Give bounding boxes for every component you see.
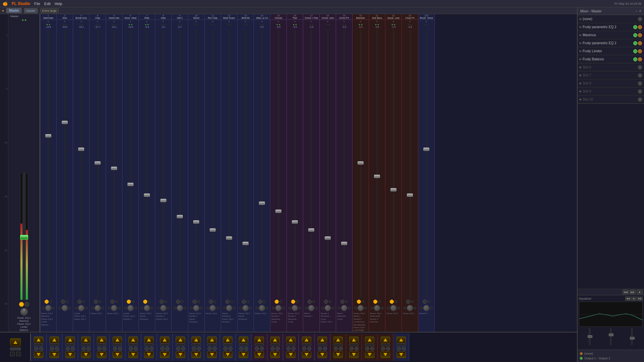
- ch-fader-knob-20[interactable]: [358, 161, 364, 165]
- route-down-12[interactable]: [207, 351, 217, 358]
- ch-send-btn-21[interactable]: [373, 300, 377, 304]
- fx-slot-led-2[interactable]: [633, 33, 637, 37]
- route-down-19[interactable]: [318, 351, 327, 358]
- route-up-11[interactable]: [192, 337, 201, 343]
- route-btn-3[interactable]: [62, 334, 78, 361]
- route-knob-r-18[interactable]: [307, 347, 311, 351]
- route-up-22[interactable]: [365, 337, 374, 343]
- fx-slot-led-extra-1[interactable]: [638, 25, 642, 29]
- ch-pan-knob-8[interactable]: [160, 305, 166, 311]
- ch-send-btn-15[interactable]: [275, 300, 279, 304]
- fx-slot-9[interactable]: ▶ Slot 9: [578, 87, 644, 96]
- ch-send-btn-23[interactable]: [406, 300, 410, 304]
- route-knob-l-4[interactable]: [82, 347, 86, 351]
- route-btn-21[interactable]: [346, 334, 362, 361]
- ch-fader-knob-13[interactable]: [243, 242, 249, 245]
- ch-pan-knob-2[interactable]: [62, 305, 68, 311]
- route-knob-l-11[interactable]: [192, 347, 196, 351]
- route-up-16[interactable]: [270, 337, 280, 343]
- master-pan-bottom[interactable]: [16, 352, 21, 356]
- route-btn-4[interactable]: [78, 334, 94, 361]
- route-btn-16[interactable]: [267, 334, 283, 361]
- route-knob-l-13[interactable]: [223, 347, 227, 351]
- ch-send-btn-8[interactable]: [160, 300, 164, 304]
- menu-file[interactable]: File: [34, 2, 40, 6]
- ch-send-btn-3[interactable]: [77, 300, 82, 304]
- route-knob-r-14[interactable]: [244, 347, 248, 351]
- route-up-6[interactable]: [113, 337, 122, 343]
- route-knob-l-21[interactable]: [350, 347, 354, 351]
- route-up-10[interactable]: [176, 337, 185, 343]
- ch-fader-knob-9[interactable]: [177, 215, 183, 218]
- route-btn-2[interactable]: [47, 334, 62, 361]
- ch-send-btn-4[interactable]: [94, 300, 98, 304]
- route-btn-19[interactable]: [315, 334, 330, 361]
- route-down-2[interactable]: [50, 351, 59, 358]
- route-down-1[interactable]: [34, 351, 43, 358]
- fx-slot-led-5[interactable]: [633, 57, 637, 61]
- route-up-18[interactable]: [302, 337, 311, 343]
- route-btn-1[interactable]: [31, 334, 47, 361]
- route-btn-5[interactable]: [94, 334, 110, 361]
- ch-pan-knob-19[interactable]: [341, 305, 347, 311]
- route-down-11[interactable]: [192, 351, 201, 358]
- ch-pan-knob-20[interactable]: [358, 305, 364, 311]
- route-up-7[interactable]: [128, 337, 138, 343]
- route-knob-l-15[interactable]: [255, 347, 259, 351]
- ch-pan-knob-3[interactable]: [78, 305, 84, 311]
- fx-slot-led-10[interactable]: [638, 98, 642, 102]
- ch-fader-knob-5[interactable]: [111, 167, 117, 170]
- ch-pan-knob-14[interactable]: [259, 305, 265, 311]
- fx-slot-led-3[interactable]: [633, 41, 637, 45]
- ch-send-btn-18[interactable]: [324, 300, 328, 304]
- fx-slot-led-extra-2[interactable]: [638, 33, 642, 37]
- route-down-7[interactable]: [128, 351, 138, 358]
- ch-fader-knob-23[interactable]: [407, 193, 413, 197]
- ch-fader-knob-4[interactable]: [95, 161, 101, 165]
- route-btn-8[interactable]: [141, 334, 157, 361]
- fx-slot-led-extra-3[interactable]: [638, 41, 642, 45]
- fx-slot-led-extra-4[interactable]: [638, 49, 642, 53]
- route-down-3[interactable]: [65, 351, 75, 358]
- route-knob-r-125[interactable]: [402, 347, 406, 351]
- ch-send-btn-1[interactable]: [45, 300, 49, 304]
- ch-pan-knob-9[interactable]: [177, 305, 183, 311]
- route-btn-10[interactable]: [173, 334, 189, 361]
- route-knob-l-17[interactable]: [286, 347, 290, 351]
- route-down-21[interactable]: [349, 351, 359, 358]
- route-up-8[interactable]: [144, 337, 154, 343]
- route-knob-r-22[interactable]: [370, 347, 374, 351]
- fx-slot-0[interactable]: ▶ (none): [578, 15, 644, 23]
- route-down-23[interactable]: [381, 351, 390, 358]
- master-route-up[interactable]: [10, 338, 21, 346]
- ch-pan-knob-15[interactable]: [275, 305, 281, 311]
- ch-fader-knob-22[interactable]: [390, 188, 396, 191]
- route-knob-r-5[interactable]: [102, 347, 106, 351]
- route-btn-15[interactable]: [252, 334, 267, 361]
- route-knob-r-12[interactable]: [213, 347, 217, 351]
- eq-ctrl-2[interactable]: ▶: [631, 297, 637, 301]
- fx-slot-1[interactable]: ▶ Fruity parametric EQ 2: [578, 23, 644, 31]
- route-btn-14[interactable]: [236, 334, 252, 361]
- ch-fader-knob-21[interactable]: [374, 175, 380, 178]
- fx-slot-led-extra-5[interactable]: [638, 57, 642, 61]
- eq-stop-btn[interactable]: ■: [637, 290, 643, 294]
- fx-slot-7[interactable]: ▶ Slot 7: [578, 71, 644, 79]
- route-btn-12[interactable]: [204, 334, 220, 361]
- rp-close[interactable]: ×: [639, 9, 641, 13]
- ch-fader-knob-14[interactable]: [259, 201, 265, 205]
- master-vol-knob[interactable]: [10, 352, 15, 356]
- ch-pan-knob-21[interactable]: [374, 305, 380, 311]
- ch-pan-knob-1[interactable]: [45, 305, 51, 311]
- route-knob-r-15[interactable]: [260, 347, 264, 351]
- route-knob-l-12[interactable]: [208, 347, 212, 351]
- route-knob-l-2[interactable]: [50, 347, 54, 351]
- ch-send-btn-14[interactable]: [258, 300, 262, 304]
- ch-fader-knob-2[interactable]: [62, 121, 68, 124]
- route-up-4[interactable]: [81, 337, 91, 343]
- master-send-btn[interactable]: [19, 302, 24, 307]
- route-down-14[interactable]: [239, 351, 248, 358]
- route-up-12[interactable]: [207, 337, 217, 343]
- ch-pan-knob-22[interactable]: [390, 305, 396, 311]
- route-down-8[interactable]: [144, 351, 154, 358]
